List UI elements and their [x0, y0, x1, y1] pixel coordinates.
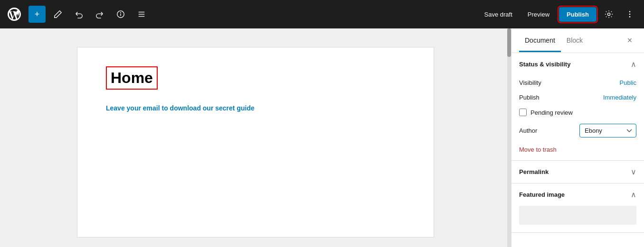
- sidebar: Document Block × Status & visibility ∧ V…: [511, 28, 644, 247]
- pending-review-row: Pending review: [511, 105, 644, 120]
- visibility-row: Visibility Public: [511, 75, 644, 90]
- featured-image-body: [511, 206, 644, 232]
- svg-point-6: [607, 13, 610, 15]
- undo-button[interactable]: [70, 6, 87, 23]
- featured-image-placeholder: [519, 206, 636, 225]
- preview-button[interactable]: Preview: [522, 8, 555, 21]
- editor-area[interactable]: Home Leave your email to download our se…: [0, 28, 511, 247]
- status-visibility-header[interactable]: Status & visibility ∧: [511, 53, 644, 75]
- more-options-button[interactable]: [621, 6, 638, 23]
- trash-row: Move to trash: [511, 141, 644, 160]
- publish-row: Publish Immediately: [511, 90, 644, 105]
- status-visibility-section: Status & visibility ∧ Visibility Public …: [511, 53, 644, 161]
- post-link[interactable]: Leave your email to download our secret …: [106, 104, 255, 112]
- permalink-section: Permalink ∨: [511, 161, 644, 183]
- permalink-header[interactable]: Permalink ∨: [511, 161, 644, 183]
- editor-wrapper: Home Leave your email to download our se…: [0, 28, 511, 247]
- visibility-label: Visibility: [519, 79, 541, 86]
- toolbar-left: +: [6, 6, 479, 23]
- tab-document[interactable]: Document: [519, 30, 561, 52]
- toolbar: +: [0, 0, 644, 28]
- status-visibility-title: Status & visibility: [519, 61, 570, 68]
- visibility-value[interactable]: Public: [620, 79, 636, 86]
- permalink-title: Permalink: [519, 168, 549, 175]
- move-to-trash-link[interactable]: Move to trash: [519, 146, 557, 153]
- featured-image-header[interactable]: Featured image ∧: [511, 183, 644, 206]
- author-row: Author Ebony: [511, 120, 644, 141]
- post-title[interactable]: Home: [106, 66, 158, 90]
- publish-label: Publish: [519, 94, 540, 101]
- author-label: Author: [519, 127, 537, 134]
- scrollbar-track[interactable]: [507, 28, 511, 247]
- svg-point-7: [629, 11, 631, 12]
- svg-point-8: [629, 14, 631, 15]
- settings-button[interactable]: [600, 6, 617, 23]
- main-area: Home Leave your email to download our se…: [0, 28, 644, 247]
- add-block-button[interactable]: +: [28, 6, 46, 23]
- publish-button[interactable]: Publish: [559, 7, 597, 22]
- status-visibility-chevron: ∧: [631, 60, 636, 69]
- pending-review-label[interactable]: Pending review: [530, 109, 573, 116]
- scrollbar-thumb[interactable]: [507, 28, 511, 57]
- tab-block[interactable]: Block: [561, 30, 588, 52]
- pending-review-checkbox[interactable]: [519, 109, 527, 116]
- svg-point-2: [121, 12, 121, 13]
- redo-button[interactable]: [91, 6, 108, 23]
- featured-image-section: Featured image ∧: [511, 183, 644, 233]
- featured-image-title: Featured image: [519, 191, 565, 198]
- edit-pen-button[interactable]: [49, 6, 66, 23]
- sidebar-tabs: Document Block ×: [511, 28, 644, 53]
- author-select[interactable]: Ebony: [579, 124, 636, 137]
- save-draft-button[interactable]: Save draft: [479, 8, 518, 21]
- svg-point-9: [629, 16, 631, 18]
- featured-image-chevron: ∧: [631, 190, 636, 199]
- list-view-button[interactable]: [133, 6, 150, 23]
- info-button[interactable]: [112, 6, 129, 23]
- publish-value[interactable]: Immediately: [603, 94, 636, 101]
- permalink-chevron: ∨: [631, 167, 636, 176]
- editor-content: Home Leave your email to download our se…: [77, 47, 434, 237]
- wordpress-logo[interactable]: [6, 6, 23, 23]
- sidebar-close-button[interactable]: ×: [623, 34, 636, 47]
- toolbar-right: Save draft Preview Publish: [479, 6, 638, 23]
